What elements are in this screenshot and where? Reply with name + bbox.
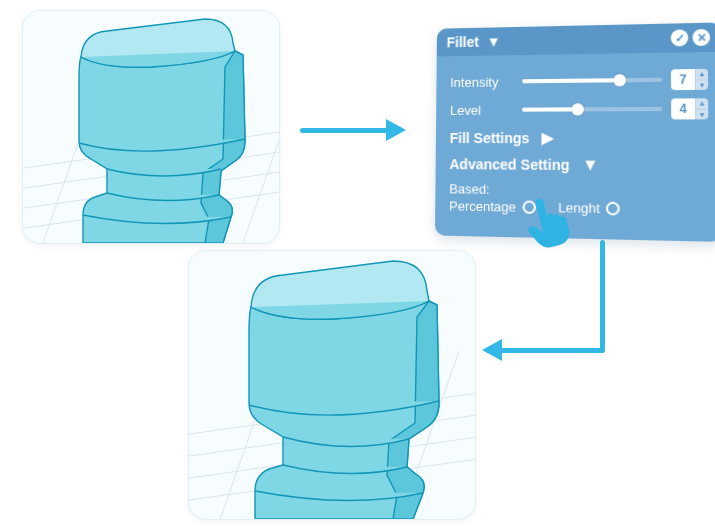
panel-title: Fillet (447, 34, 479, 51)
level-slider[interactable] (522, 107, 662, 112)
intensity-slider[interactable] (522, 78, 662, 84)
cancel-icon[interactable]: ✕ (692, 29, 710, 46)
caret-down-icon: ▼ (487, 33, 501, 49)
intensity-value[interactable]: 7 ▲▼ (671, 69, 708, 90)
panel-header[interactable]: Fillet ▼ ✓ ✕ (437, 22, 715, 56)
spinner-down-icon[interactable]: ▼ (695, 109, 708, 119)
model-before (79, 19, 245, 243)
caret-down-icon: ▼ (582, 156, 599, 175)
viewport-before-card (22, 10, 280, 244)
model-after (249, 261, 439, 519)
advanced-group[interactable]: Advanced Setting ▼ (449, 155, 708, 175)
diagram-stage: Fillet ▼ ✓ ✕ Intensity 7 ▲▼ Level (0, 0, 715, 532)
viewport-after (189, 251, 475, 519)
radio-icon (606, 202, 620, 216)
level-row: Level 4 ▲▼ (450, 98, 708, 120)
fillet-panel: Fillet ▼ ✓ ✕ Intensity 7 ▲▼ Level (435, 22, 715, 241)
spinner-up-icon[interactable]: ▲ (695, 69, 708, 80)
intensity-label: Intensity (450, 74, 514, 90)
spinner-up-icon[interactable]: ▲ (695, 98, 708, 109)
confirm-icon[interactable]: ✓ (671, 29, 688, 46)
caret-right-icon: ▶ (542, 128, 554, 147)
spinner-down-icon[interactable]: ▼ (695, 80, 708, 90)
based-label: Based: (449, 181, 513, 197)
fill-settings-group[interactable]: Fill Settings ▶ (450, 128, 709, 148)
intensity-row: Intensity 7 ▲▼ (450, 69, 708, 92)
level-label: Level (450, 102, 514, 117)
level-value[interactable]: 4 ▲▼ (671, 98, 708, 119)
viewport-after-card (188, 250, 476, 520)
viewport-before (23, 11, 279, 243)
